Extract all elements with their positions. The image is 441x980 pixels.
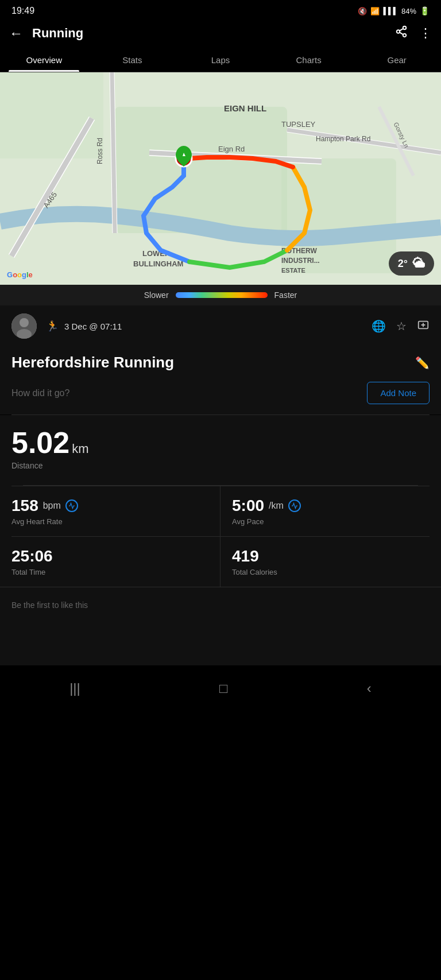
spacer [0,619,441,631]
mute-icon: 🔇 [358,7,367,16]
app-bar-actions: ⋮ [395,25,432,41]
signal-icon: ▌▌▌ [383,7,398,15]
heart-rate-unit: bpm [43,501,61,511]
battery-level: 84% [401,7,416,16]
tab-laps[interactable]: Laps [176,47,265,72]
like-text: Be the first to like this [11,601,88,610]
temperature-value: 2° [398,258,408,270]
pace-value: 5:00 [232,497,264,515]
back-nav-button[interactable]: ‹ [353,676,385,701]
total-calories-stat: 419 Total Calories [220,536,430,587]
svg-line-3 [400,32,403,34]
svg-text:TUPSLEY: TUPSLEY [281,120,316,129]
bottom-spacer [0,631,441,665]
activity-title: Herefordshire Running [11,354,174,371]
distance-unit: km [72,441,88,456]
note-row: How did it go? Add Note [0,376,441,415]
star-icon[interactable]: ☆ [396,319,407,333]
faster-label: Faster [274,290,297,300]
svg-line-4 [400,29,403,31]
svg-text:Hampton Park Rd: Hampton Park Rd [316,135,370,143]
activity-actions: 🌐 ☆ [372,319,430,334]
status-time: 19:49 [11,6,34,16]
edit-button[interactable]: ✏️ [415,356,430,370]
activity-title-row: Herefordshire Running ✏️ [0,344,441,376]
weather-icon: 🌥 [412,256,425,271]
avatar [11,313,37,339]
svg-text:ESTATE: ESTATE [281,267,305,274]
back-button[interactable]: ← [9,25,23,41]
total-time-stat: 25:06 Total Time [11,536,220,587]
pace-unit: /km [269,501,284,511]
battery-icon: 🔋 [420,6,430,16]
speed-gradient [176,292,268,298]
globe-icon[interactable]: 🌐 [372,319,386,333]
status-icons: 🔇 📶 ▌▌▌ 84% 🔋 [358,6,430,16]
pace-label: Avg Pace [232,517,430,526]
stats-section: 5.02km Distance 158 bpm Avg Heart Rate 5… [0,415,441,587]
tab-bar: Overview Stats Laps Charts Gear [0,47,441,72]
like-row: Be the first to like this [0,587,441,619]
svg-text:Ross Rd: Ross Rd [96,138,104,164]
heart-rate-stat: 158 bpm Avg Heart Rate [11,486,220,536]
tab-stats[interactable]: Stats [88,47,177,72]
app-bar: ← Running ⋮ [0,20,441,47]
recent-apps-button[interactable]: ||| [56,676,94,701]
map-view[interactable]: A465 Ross Rd Eign Rd Hampton Park Rd Gor… [0,72,441,285]
tab-gear[interactable]: Gear [353,47,441,72]
add-photo-icon[interactable] [417,319,430,334]
google-logo: Google [7,270,33,279]
weather-badge: 2° 🌥 [389,251,434,276]
heart-rate-value: 158 [11,497,38,515]
share-button[interactable] [395,25,408,41]
svg-text:BULLINGHAM: BULLINGHAM [133,259,183,268]
note-placeholder: How did it go? [11,388,69,398]
svg-text:EIGN HILL: EIGN HILL [224,103,266,113]
distance-label: Distance [11,461,430,479]
home-button[interactable]: □ [206,676,242,701]
pace-stat: 5:00 /km Avg Pace [220,486,430,536]
status-bar: 19:49 🔇 📶 ▌▌▌ 84% 🔋 [0,0,441,20]
activity-info-row: 🏃 3 Dec @ 07:11 🌐 ☆ [0,305,441,344]
svg-rect-8 [0,72,103,158]
total-calories-value: 419 [232,547,259,565]
stats-grid: 158 bpm Avg Heart Rate 5:00 /km [11,486,430,587]
distance-value: 5.02 [11,426,69,459]
activity-date: 3 Dec @ 07:11 [64,321,122,331]
tab-charts[interactable]: Charts [265,47,353,72]
svg-text:INDUSTRI...: INDUSTRI... [281,257,320,265]
svg-point-27 [20,318,29,327]
heart-rate-label: Avg Heart Rate [11,517,208,526]
bottom-nav: ||| □ ‹ [0,665,441,715]
pace-live-icon [288,499,301,512]
page-title: Running [32,26,395,41]
slower-label: Slower [144,290,169,300]
add-note-button[interactable]: Add Note [367,382,430,404]
running-icon: 🏃 [46,320,59,332]
heart-rate-live-icon [65,499,78,512]
total-time-value: 25:06 [11,547,53,565]
more-options-button[interactable]: ⋮ [419,26,432,41]
svg-text:Eign Rd: Eign Rd [218,145,245,153]
total-calories-label: Total Calories [232,568,430,576]
activity-meta: 🏃 3 Dec @ 07:11 [46,320,362,332]
wifi-icon: 📶 [370,7,380,16]
speed-legend: Slower Faster [0,285,441,305]
distance-stat: 5.02km Distance [11,415,430,485]
tab-overview[interactable]: Overview [0,47,88,72]
total-time-label: Total Time [11,568,208,576]
